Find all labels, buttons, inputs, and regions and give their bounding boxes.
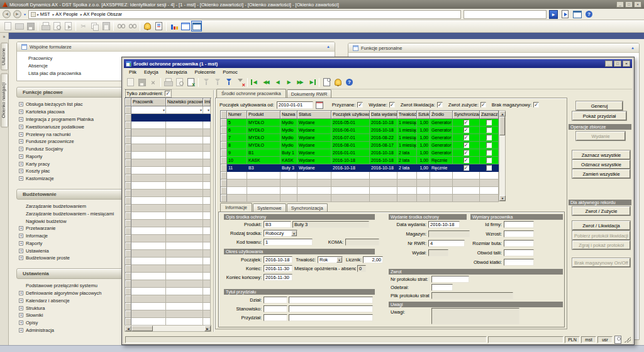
preview-icon[interactable] — [52, 21, 62, 31]
grid-col-header[interactable]: Produkt — [247, 111, 280, 119]
expand-icon[interactable]: + — [19, 125, 23, 129]
mark-checkbox[interactable] — [486, 135, 492, 140]
filter-checkbox-checked[interactable] — [389, 102, 395, 108]
employee-row[interactable] — [125, 242, 211, 250]
grid-col-header[interactable]: Zaznacz — [480, 111, 499, 119]
return-liquidation-button[interactable]: Zwrot / Likwidacja — [572, 221, 630, 230]
sync-checkbox[interactable] — [464, 135, 469, 140]
expand-icon[interactable]: + — [19, 306, 23, 310]
expand-icon[interactable]: + — [19, 176, 23, 181]
menu-item[interactable]: Edycja — [141, 69, 162, 75]
calendar-icon[interactable] — [316, 101, 324, 109]
dialog-close-button[interactable]: × — [623, 60, 630, 67]
export-page-icon[interactable] — [560, 9, 570, 19]
app-close-button[interactable]: × — [634, 1, 641, 8]
tab-srodki-ochronne[interactable]: Środki ochronne pracownika — [216, 89, 286, 98]
download-protocol-button[interactable]: Pobierz protokół likwidacji — [572, 231, 630, 240]
employee-row[interactable] — [125, 280, 211, 288]
expand-icon[interactable]: + — [19, 313, 23, 317]
save-icon[interactable] — [136, 77, 147, 88]
sync-checkbox[interactable] — [464, 157, 469, 163]
koniec-input[interactable]: 2016-11-30 — [264, 265, 292, 272]
filter-edit-icon[interactable] — [223, 77, 234, 88]
mark-checkbox[interactable] — [486, 127, 492, 133]
stock-toggle-button[interactable]: Brak magazynowy On/Off — [572, 258, 630, 267]
grid-col-header[interactable]: Nazwa — [280, 111, 297, 119]
last-icon[interactable] — [306, 77, 317, 88]
dialog-titlebar[interactable]: Środki ochronne pracownika (1 - mst) _ □… — [124, 59, 632, 68]
employee-row[interactable] — [125, 310, 211, 318]
koniec-koncowy-input[interactable]: 2016-11-30 — [264, 274, 292, 281]
przydzial-name-input[interactable] — [289, 314, 373, 321]
next-icon[interactable] — [284, 77, 294, 88]
scroll-thumb[interactable] — [499, 116, 505, 135]
chart-icon[interactable] — [169, 21, 179, 31]
detail-tab-informacje[interactable]: Informacje — [220, 203, 252, 212]
new-icon[interactable] — [125, 77, 136, 88]
grid-icon[interactable] — [180, 21, 191, 31]
grid-row[interactable]: 11B3Buty 3Wydane2016-10-182016-10-182 la… — [221, 164, 499, 172]
detail-tab-synchronizacja[interactable]: Synchronizacja — [287, 203, 328, 212]
filter-cancel-icon[interactable] — [235, 77, 245, 88]
employee-row[interactable] — [125, 205, 211, 212]
filter-checkbox-checked[interactable] — [437, 102, 443, 108]
grid-row[interactable]: 9B1Buty 1Wydane2016-01-012016-10-182 lat… — [221, 149, 499, 157]
expand-icon[interactable]: + — [19, 298, 23, 303]
employee-row[interactable] — [125, 167, 211, 174]
tab-navigation-pane[interactable]: Okienko nawigacji — [1, 73, 8, 127]
scroll-down-icon[interactable]: ▼ — [499, 195, 506, 201]
tab-favorites[interactable]: Ulubione — [1, 43, 8, 71]
find-icon[interactable] — [116, 21, 126, 31]
document-icon[interactable] — [321, 77, 332, 88]
expand-icon[interactable]: + — [19, 139, 23, 144]
issue-button[interactable]: Wydanie — [576, 132, 625, 140]
app-titlebar[interactable]: Microsoft Dynamics AX - DST Spolka z.o.o… — [0, 0, 644, 9]
equipment-grid-vscrollbar[interactable]: ▲ ▼ — [499, 110, 506, 202]
employee-row[interactable] — [125, 227, 211, 235]
grid-col-header[interactable]: Trwałość — [397, 111, 417, 119]
grid-empty-row[interactable] — [221, 172, 499, 179]
trwalosc-select[interactable]: Rok — [318, 256, 343, 263]
odebral-input[interactable] — [431, 284, 453, 291]
generate-button[interactable]: Generuj — [576, 101, 623, 110]
miesiace-input[interactable]: 0 — [357, 265, 366, 272]
expand-icon[interactable]: + — [19, 154, 23, 159]
rodzaj-select[interactable]: Roboczy — [264, 230, 297, 237]
expand-icon[interactable]: + — [19, 169, 23, 173]
expand-icon[interactable]: + — [19, 147, 23, 151]
menu-item[interactable]: Plik — [126, 69, 140, 75]
first-icon[interactable] — [250, 77, 260, 88]
prev-icon[interactable] — [272, 77, 283, 88]
plik-protokolu-input[interactable] — [431, 292, 513, 299]
sync-checkbox[interactable] — [464, 142, 469, 148]
expand-icon[interactable]: + — [19, 226, 23, 230]
mark-checkbox[interactable] — [486, 157, 492, 163]
collapse-nav-button[interactable]: » — [3, 35, 6, 39]
detail-tab-systemowe[interactable]: Systemowe — [253, 203, 286, 212]
window-icon[interactable] — [572, 9, 582, 19]
find-next-icon[interactable] — [127, 21, 138, 31]
employee-row[interactable] — [125, 152, 211, 159]
uwagi-textarea[interactable] — [431, 308, 519, 324]
dialog-maximize-button[interactable]: □ — [614, 60, 621, 67]
scroll-thumb[interactable] — [131, 326, 153, 331]
grid-col-header[interactable]: Numer — [227, 111, 247, 119]
preview-icon[interactable] — [174, 77, 185, 88]
save-icon[interactable] — [25, 21, 36, 31]
copy-icon[interactable] — [89, 21, 100, 31]
employee-row[interactable] — [125, 197, 211, 205]
employee-row[interactable] — [125, 122, 211, 129]
delete-icon[interactable] — [148, 77, 158, 88]
nr-rwr-input[interactable]: 4 — [428, 240, 465, 247]
expand-icon[interactable]: + — [19, 234, 23, 238]
menu-item[interactable]: Polecenie — [191, 69, 218, 75]
filter-checkbox-checked[interactable] — [533, 102, 539, 108]
expand-icon[interactable]: + — [19, 321, 23, 325]
expand-icon[interactable]: + — [19, 162, 23, 166]
help-icon[interactable] — [584, 9, 594, 19]
breadcrumb-item[interactable]: MST — [37, 11, 50, 17]
employee-grid-hscrollbar[interactable]: ◀ ▶ — [125, 325, 211, 332]
mark-checkbox[interactable] — [486, 120, 492, 125]
mark-checkbox[interactable] — [486, 165, 492, 171]
date-from-input[interactable]: 2010-01-01 — [277, 101, 313, 109]
